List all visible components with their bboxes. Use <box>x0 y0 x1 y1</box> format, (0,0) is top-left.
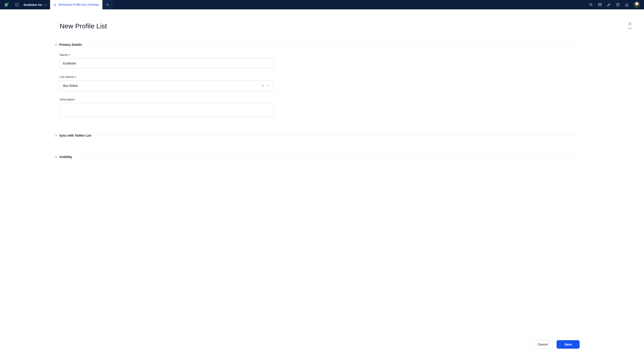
chevron-down-icon <box>44 3 46 6</box>
close-esc-label: esc <box>628 27 632 30</box>
field-list-owner: List Owner Box Robot <box>60 75 577 91</box>
notifications-icon[interactable] <box>625 3 629 7</box>
section-body-primary-details: Name List Owner Box Robot <box>54 53 577 118</box>
chevron-right-icon <box>54 156 58 159</box>
svg-point-4 <box>16 4 17 5</box>
close-button[interactable]: esc <box>628 21 632 30</box>
svg-point-8 <box>18 5 18 6</box>
svg-point-3 <box>15 4 16 5</box>
list-owner-select[interactable]: Box Robot <box>60 80 274 91</box>
field-label-name: Name <box>60 53 577 56</box>
svg-point-5 <box>18 4 18 5</box>
required-indicator-icon <box>69 54 70 55</box>
workspace-name-label: Evoltobor Inc <box>24 3 42 6</box>
new-tab-button[interactable] <box>102 0 113 9</box>
section-header-visibility[interactable]: Visibility <box>54 155 577 159</box>
save-button[interactable]: Save <box>556 340 580 349</box>
calendar-icon[interactable] <box>598 3 602 7</box>
chevron-down-icon[interactable] <box>266 84 271 87</box>
field-name: Name <box>60 53 577 68</box>
name-input[interactable] <box>60 58 274 68</box>
svg-point-0 <box>15 3 16 3</box>
field-label-list-owner: List Owner <box>60 75 577 79</box>
select-value: Box Robot <box>63 84 260 87</box>
footer-action-bar: Cancel Save <box>0 339 644 350</box>
compose-icon[interactable] <box>607 3 611 7</box>
label-text: Name <box>60 53 68 56</box>
svg-point-10 <box>590 3 592 5</box>
section-sync-twitter: Sync with Twitter List <box>0 134 644 137</box>
sprinklr-logo[interactable] <box>0 0 12 9</box>
chevron-down-icon <box>54 43 58 46</box>
user-avatar[interactable] <box>634 1 640 8</box>
section-divider <box>95 136 577 136</box>
tab-workspace-profile-lists[interactable]: Workspace Profile lists (Settings) <box>50 0 102 9</box>
help-icon[interactable] <box>616 3 620 7</box>
workspace-selector[interactable]: Evoltobor Inc <box>22 0 50 9</box>
svg-point-7 <box>16 5 17 6</box>
clear-icon[interactable] <box>260 84 266 87</box>
top-nav-bar: Evoltobor Inc Workspace Profile lists (S… <box>0 0 644 9</box>
search-icon[interactable] <box>589 3 593 7</box>
label-text: Description <box>60 98 75 101</box>
field-label-description: Description <box>60 98 577 101</box>
tab-label: Workspace Profile lists (Settings) <box>58 3 99 6</box>
top-nav-left: Evoltobor Inc Workspace Profile lists (S… <box>0 0 113 9</box>
description-input[interactable] <box>60 103 274 117</box>
apps-launcher-icon[interactable] <box>12 0 22 9</box>
page-header: New Profile List esc <box>0 22 644 30</box>
cancel-button[interactable]: Cancel <box>532 340 553 349</box>
section-title: Sync with Twitter List <box>59 134 91 137</box>
close-icon <box>628 21 632 26</box>
svg-point-6 <box>15 5 16 6</box>
section-title: Primary Details <box>59 43 82 46</box>
chevron-right-icon <box>54 134 58 137</box>
required-indicator-icon <box>75 76 76 77</box>
page-content: New Profile List esc Primary Details Nam… <box>0 9 644 159</box>
section-header-primary-details[interactable]: Primary Details <box>54 43 577 46</box>
section-visibility: Visibility <box>0 155 644 159</box>
label-text: List Owner <box>60 75 74 79</box>
section-title: Visibility <box>59 155 72 159</box>
section-divider <box>86 45 577 45</box>
gear-icon <box>53 3 56 6</box>
section-header-sync-twitter[interactable]: Sync with Twitter List <box>54 134 577 137</box>
svg-rect-11 <box>598 3 602 6</box>
top-nav-right <box>589 0 644 9</box>
svg-point-1 <box>16 3 17 3</box>
section-primary-details: Primary Details Name List Owner Box Robo… <box>0 43 644 118</box>
page-title: New Profile List <box>60 22 635 30</box>
svg-point-2 <box>18 3 18 3</box>
svg-point-9 <box>54 4 56 5</box>
field-description: Description <box>60 98 577 118</box>
